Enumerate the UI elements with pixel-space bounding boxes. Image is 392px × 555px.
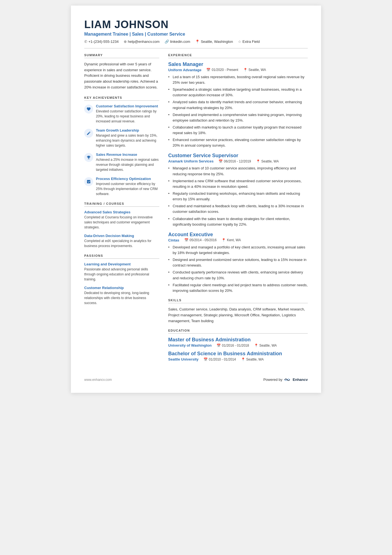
edu-location-icon-2: 📍 bbox=[241, 357, 245, 361]
main-content: SUMMARY Dynamic professional with over 5… bbox=[84, 53, 308, 367]
job-meta-2: Aramark Uniform Services 📅 06/2016 - 12/… bbox=[168, 159, 308, 163]
summary-label: SUMMARY bbox=[84, 53, 159, 58]
bullet-1-3: Analyzed sales data to identify market t… bbox=[168, 99, 308, 110]
bullet-3-4: Facilitated regular client meetings and … bbox=[168, 282, 308, 293]
education-label: EDUCATION bbox=[168, 329, 308, 334]
phone-contact: ✆ +1-(234)-555-1234 bbox=[84, 40, 119, 44]
achievement-title-3: Sales Revenue Increase bbox=[96, 152, 159, 157]
job-bullets-1: Led a team of 15 sales representatives, … bbox=[168, 74, 308, 149]
passion-item-2: Customer Relationship Dedicated to devel… bbox=[84, 286, 159, 305]
bullet-1-6: Enhanced customer service practices, ele… bbox=[168, 137, 308, 148]
passions-section: PASSIONS Learning and Development Passio… bbox=[84, 254, 159, 305]
achievement-item-3: Sales Revenue Increase Achieved a 25% in… bbox=[84, 152, 159, 172]
achievement-content-3: Sales Revenue Increase Achieved a 25% in… bbox=[96, 152, 159, 172]
bullet-2-3: Regularly conducted training workshops, … bbox=[168, 191, 308, 202]
location-contact: 📍 Seattle, Washington bbox=[195, 40, 233, 44]
job-2: Customer Service Supervisor Aramark Unif… bbox=[168, 153, 308, 227]
training-section: TRAINING / COURSES Advanced Sales Strate… bbox=[84, 202, 159, 248]
edu-school-2: Seattle University bbox=[168, 357, 199, 361]
contact-row: ✆ +1-(234)-555-1234 ⊕ help@enhancv.com 🔗… bbox=[84, 40, 308, 44]
edu-degree-1: Master of Business Administration bbox=[168, 337, 308, 343]
bullet-1-1: Led a team of 15 sales representatives, … bbox=[168, 74, 308, 85]
achievement-item-4: Process Efficiency Optimization Improved… bbox=[84, 177, 159, 196]
bullet-2-5: Collaborated with the sales team to deve… bbox=[168, 216, 308, 227]
job-location-2: 📍 Seattle, WA bbox=[256, 159, 279, 163]
course-desc-2: Completed at edX specializing in analyti… bbox=[84, 238, 159, 248]
linkedin-value: linkedin.com bbox=[170, 40, 190, 44]
location-value: Seattle, Washington bbox=[201, 40, 233, 44]
bullet-1-2: Spearheaded a strategic sales initiative… bbox=[168, 87, 308, 98]
linkedin-icon: 🔗 bbox=[165, 40, 169, 44]
achievement-content-1: Customer Satisfaction Improvement Elevat… bbox=[96, 104, 159, 124]
edu-location-1: 📍 Seattle, WA bbox=[254, 344, 277, 347]
edu-degree-2: Bachelor of Science in Business Administ… bbox=[168, 351, 308, 357]
job-company-1: Uniform Advantage bbox=[168, 68, 201, 72]
bullet-3-2: Designed and presented customized servic… bbox=[168, 257, 308, 268]
job-date-3: 📅 05/2014 - 05/2016 bbox=[184, 238, 217, 242]
achievements-section: KEY ACHIEVEMENTS Customer Satisfaction I… bbox=[84, 96, 159, 196]
chart-icon bbox=[84, 177, 93, 186]
email-value: help@enhancv.com bbox=[128, 40, 160, 44]
footer: www.enhancv.com Powered by Enhancv bbox=[84, 375, 308, 382]
skills-label: SKILLS bbox=[168, 299, 308, 303]
achievement-item-1: Customer Satisfaction Improvement Elevat… bbox=[84, 104, 159, 124]
extra-value: Extra Field bbox=[242, 40, 260, 44]
achievements-label: KEY ACHIEVEMENTS bbox=[84, 96, 159, 101]
job-meta-1: Uniform Advantage 📅 01/2020 - Present 📍 … bbox=[168, 68, 308, 72]
candidate-title: Management Trainee | Sales | Customer Se… bbox=[84, 32, 308, 37]
bullet-2-1: Managed a team of 10 customer service as… bbox=[168, 166, 308, 177]
education-section: EDUCATION Master of Business Administrat… bbox=[168, 329, 308, 361]
passion-title-2: Customer Relationship bbox=[84, 286, 159, 290]
resume-page: LIAM JOHNSON Management Trainee | Sales … bbox=[71, 6, 321, 393]
bullet-2-4: Created and maintained a feedback loop w… bbox=[168, 203, 308, 214]
job-location-3: 📍 Kent, WA bbox=[222, 238, 241, 242]
bullet-3-1: Developed and managed a portfolio of key… bbox=[168, 245, 308, 256]
bullet-3-3: Conducted quarterly performance reviews … bbox=[168, 270, 308, 281]
passion-desc-2: Dedicated to developing strong, long-las… bbox=[84, 290, 159, 305]
header: LIAM JOHNSON Management Trainee | Sales … bbox=[84, 19, 308, 44]
job-company-3: Cintas bbox=[168, 238, 179, 242]
passion-desc-1: Passionate about advancing personal skil… bbox=[84, 267, 159, 282]
achievement-desc-2: Managed and grew a sales team by 15%, en… bbox=[96, 133, 159, 148]
job-date-1: 📅 01/2020 - Present bbox=[206, 68, 238, 72]
phone-value: +1-(234)-555-1234 bbox=[88, 40, 119, 44]
powered-by-text: Powered by bbox=[263, 378, 282, 382]
experience-label: EXPERIENCE bbox=[168, 53, 308, 58]
job-title-1: Sales Manager bbox=[168, 61, 308, 67]
bullet-1-4: Developed and implemented a comprehensiv… bbox=[168, 112, 308, 123]
skills-section: SKILLS Sales, Customer service, Leadersh… bbox=[168, 299, 308, 324]
edu-location-2: 📍 Seattle, WA bbox=[241, 357, 264, 361]
course-title-1: Advanced Sales Strategies bbox=[84, 210, 159, 214]
edu-calendar-icon-1: 📅 bbox=[217, 344, 221, 347]
course-item-2: Data-Driven Decision Making Completed at… bbox=[84, 234, 159, 248]
footer-brand: Powered by Enhancv bbox=[263, 378, 308, 382]
achievement-desc-1: Elevated customer satisfaction ratings b… bbox=[96, 109, 159, 124]
location-icon-3: 📍 bbox=[222, 238, 226, 242]
edu-date-1: 📅 01/2016 - 01/2018 bbox=[217, 344, 249, 347]
summary-text: Dynamic professional with over 5 years o… bbox=[84, 61, 159, 90]
linkedin-contact: 🔗 linkedin.com bbox=[165, 40, 190, 44]
passion-item-1: Learning and Development Passionate abou… bbox=[84, 262, 159, 282]
calendar-icon-3: 📅 bbox=[184, 238, 188, 242]
training-label: TRAINING / COURSES bbox=[84, 202, 159, 207]
skills-text: Sales, Customer service, Leadership, Dat… bbox=[168, 307, 308, 324]
job-3: Account Executive Cintas 📅 05/2014 - 05/… bbox=[168, 232, 308, 293]
edu-location-icon-1: 📍 bbox=[254, 344, 258, 347]
edu-calendar-icon-2: 📅 bbox=[204, 357, 208, 361]
achievement-desc-4: Improved customer service efficiency by … bbox=[96, 181, 159, 196]
edu-date-2: 📅 01/2010 - 01/2014 bbox=[204, 357, 236, 361]
job-date-2: 📅 06/2016 - 12/2019 bbox=[219, 159, 251, 163]
location-icon-2: 📍 bbox=[256, 159, 260, 163]
calendar-icon-1: 📅 bbox=[206, 68, 210, 72]
edu-school-1: University of Washington bbox=[168, 343, 212, 347]
course-item-1: Advanced Sales Strategies Completed at C… bbox=[84, 210, 159, 230]
edu-item-1: Master of Business Administration Univer… bbox=[168, 337, 308, 347]
footer-website: www.enhancv.com bbox=[84, 378, 112, 382]
star-icon: ☆ bbox=[238, 40, 241, 44]
location-icon: 📍 bbox=[195, 40, 200, 44]
enhancv-logo bbox=[284, 378, 291, 382]
achievement-content-2: Team Growth Leadership Managed and grew … bbox=[96, 128, 159, 148]
email-contact: ⊕ help@enhancv.com bbox=[124, 40, 160, 44]
bullet-2-2: Implemented a new CRM software that stre… bbox=[168, 178, 308, 189]
bullet-1-5: Collaborated with marketing to launch a … bbox=[168, 125, 308, 136]
